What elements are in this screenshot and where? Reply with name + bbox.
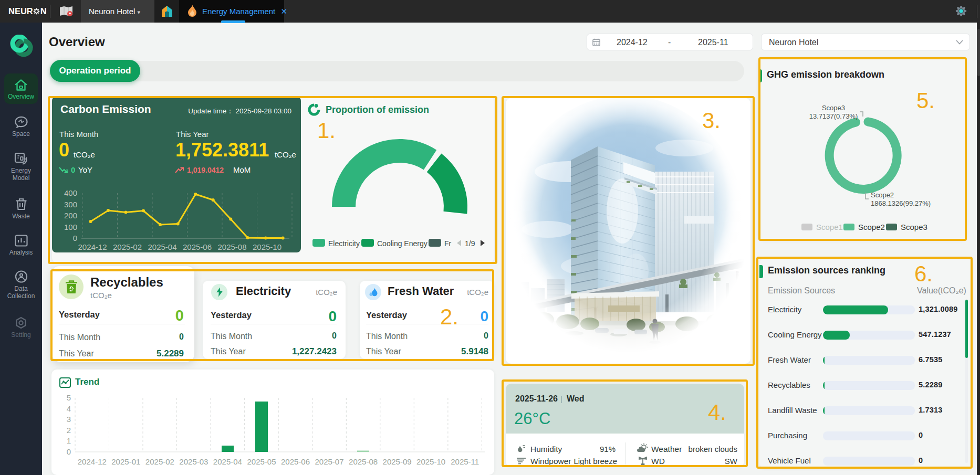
svg-text:2025-10: 2025-10 <box>253 242 282 251</box>
svg-text:2025-06: 2025-06 <box>281 457 310 466</box>
svg-text:2025-04: 2025-04 <box>148 242 176 251</box>
svg-text:2025-07: 2025-07 <box>315 457 343 466</box>
svg-text:0: 0 <box>67 447 71 456</box>
svg-text:2025-11: 2025-11 <box>451 457 479 466</box>
svg-text:1: 1 <box>67 436 71 445</box>
svg-text:2025-02: 2025-02 <box>145 457 174 466</box>
svg-text:4: 4 <box>67 404 71 413</box>
svg-text:2025-06: 2025-06 <box>183 242 212 251</box>
svg-text:200: 200 <box>64 211 77 220</box>
svg-text:2025-04: 2025-04 <box>213 457 242 466</box>
svg-text:2024-12: 2024-12 <box>78 242 107 251</box>
svg-text:300: 300 <box>64 200 77 209</box>
svg-text:2025-05: 2025-05 <box>247 457 276 466</box>
svg-text:400: 400 <box>64 188 77 197</box>
svg-text:2: 2 <box>67 426 71 435</box>
svg-text:2025-08: 2025-08 <box>349 457 378 466</box>
svg-text:2024-12: 2024-12 <box>78 457 107 466</box>
svg-text:100: 100 <box>64 223 77 231</box>
svg-text:3: 3 <box>67 415 71 424</box>
svg-text:5: 5 <box>67 393 71 402</box>
svg-text:2025-03: 2025-03 <box>179 457 208 466</box>
svg-text:2025-02: 2025-02 <box>113 242 142 251</box>
svg-text:2025-08: 2025-08 <box>217 242 246 251</box>
svg-text:2025-10: 2025-10 <box>416 457 445 466</box>
svg-text:2025-09: 2025-09 <box>383 457 412 466</box>
svg-text:2025-01: 2025-01 <box>111 457 140 466</box>
svg-text:0: 0 <box>73 234 77 242</box>
